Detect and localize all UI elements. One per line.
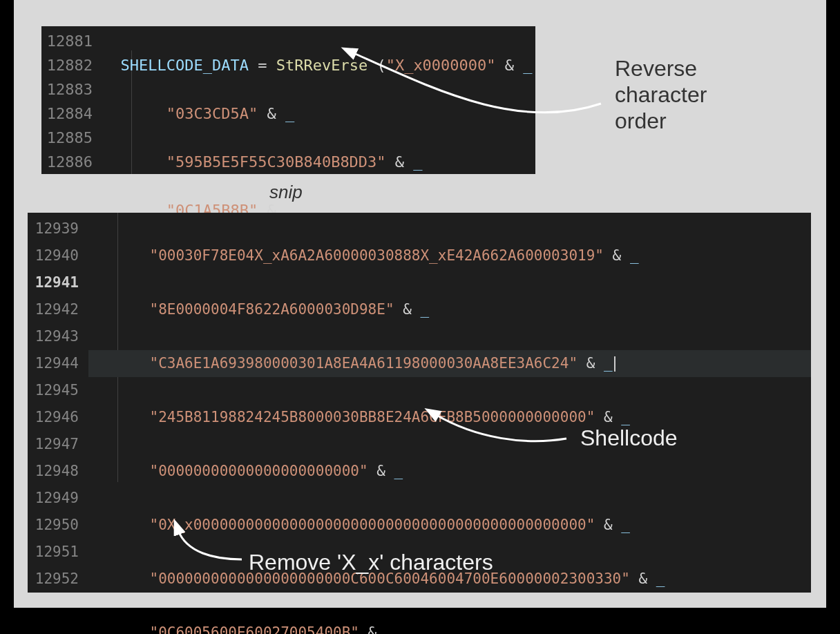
line-num: 12943 — [28, 323, 88, 350]
annotation-remove: Remove 'X_x' characters — [249, 549, 493, 575]
code-line: "595B5E5F55C30B840B8DD3" & _ — [102, 150, 535, 174]
string-literal: "00030F78E04X_xA6A2A60000030888X_xE42A66… — [150, 247, 604, 264]
code-line: "0C6005600E60027005400B" & _ — [88, 619, 811, 634]
line-num: 12950 — [28, 512, 88, 539]
line-num: 12949 — [28, 485, 88, 512]
string-literal: "0C6005600E60027005400B" — [150, 624, 359, 634]
string-literal: "595B5E5F55C30B840B8DD3" — [166, 153, 386, 171]
line-num: 12883 — [41, 77, 102, 102]
string-literal: "03C3CD5A" — [166, 105, 258, 122]
line-num: 12882 — [41, 53, 102, 77]
line-num: 12947 — [28, 431, 88, 458]
gutter-top: 12881 12882 12883 12884 12885 12886 — [41, 26, 102, 174]
code-pane-bottom: 12939 12940 12941 12942 12943 12944 1294… — [28, 213, 811, 593]
annotation-arrow — [428, 407, 580, 449]
line-num: 12952 — [28, 566, 88, 593]
line-num: 12946 — [28, 404, 88, 431]
snip-label: snip — [269, 182, 303, 203]
string-literal: "8E0000004F8622A6000030D98E" — [150, 301, 394, 318]
string-literal: "C3A6E1A693980000301A8EA4A61198000030AA8… — [150, 355, 578, 372]
annotation-arrow — [173, 525, 256, 566]
code-line: "8E0000004F8622A6000030D98E" & _ — [88, 296, 811, 323]
line-num: 12951 — [28, 539, 88, 566]
identifier: SHELLCODE_DATA — [121, 57, 249, 74]
gutter-bottom: 12939 12940 12941 12942 12943 12944 1294… — [28, 213, 88, 593]
annotation-arrow — [338, 41, 629, 131]
annotation-reverse: Reverse character order — [615, 55, 707, 134]
line-num: 12940 — [28, 242, 88, 269]
line-num: 12945 — [28, 377, 88, 404]
line-num: 12881 — [41, 29, 102, 53]
line-num-current: 12941 — [28, 269, 88, 296]
line-num: 12884 — [41, 102, 102, 126]
line-num: 12886 — [41, 150, 102, 174]
code-line: "00000000000000000000000" & _ — [88, 458, 811, 485]
line-num: 12885 — [41, 126, 102, 150]
code-line: "00030F78E04X_xA6A2A60000030888X_xE42A66… — [88, 242, 811, 269]
figure-card: 12881 12882 12883 12884 12885 12886 SHEL… — [14, 0, 826, 608]
page: 12881 12882 12883 12884 12885 12886 SHEL… — [0, 0, 840, 634]
annotation-shellcode: Shellcode — [580, 425, 678, 451]
text-cursor — [614, 356, 615, 372]
line-num: 12948 — [28, 458, 88, 485]
line-num: 12942 — [28, 296, 88, 323]
line-num: 12944 — [28, 350, 88, 377]
string-literal: "00000000000000000000000" — [150, 463, 368, 479]
line-num: 12939 — [28, 215, 88, 242]
code-line: "C3A6E1A693980000301A8EA4A61198000030AA8… — [88, 350, 811, 377]
